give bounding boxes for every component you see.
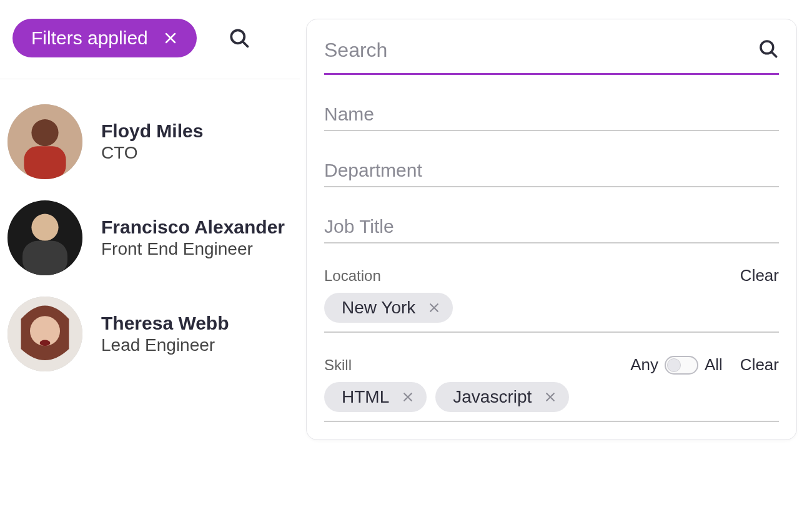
chip-label: New York — [342, 298, 415, 318]
list-item[interactable]: Theresa Webb Lead Engineer — [7, 297, 292, 371]
filters-applied-label: Filters applied — [31, 27, 148, 49]
directory-header: Filters applied — [0, 19, 300, 79]
skill-filter: Skill Any All Clear HTML Javascript — [324, 355, 779, 422]
name-field — [324, 104, 779, 131]
svg-point-9 — [40, 340, 51, 346]
people-directory: Filters applied Floyd Miles CTO Francisc — [0, 0, 300, 393]
department-input[interactable] — [324, 160, 779, 181]
skill-header-controls: Any All Clear — [630, 355, 779, 375]
remove-chip-icon[interactable] — [402, 391, 414, 403]
avatar — [7, 200, 82, 275]
remove-chip-icon[interactable] — [428, 302, 440, 314]
search-row — [324, 38, 779, 75]
job-title-field — [324, 216, 779, 243]
person-name: Francisco Alexander — [101, 217, 285, 238]
filters-applied-pill[interactable]: Filters applied — [12, 19, 197, 57]
svg-point-2 — [31, 119, 58, 146]
location-filter: Location Clear New York — [324, 266, 779, 333]
person-title: Front End Engineer — [101, 239, 285, 259]
avatar — [7, 104, 82, 179]
location-clear-button[interactable]: Clear — [740, 266, 779, 285]
chip-label: HTML — [342, 387, 389, 407]
person-title: CTO — [101, 143, 203, 163]
svg-point-5 — [31, 214, 58, 241]
avatar — [7, 297, 82, 371]
location-chip[interactable]: New York — [324, 293, 453, 323]
job-title-input[interactable] — [324, 216, 779, 237]
skill-match-toggle: Any All — [630, 355, 723, 375]
person-name: Floyd Miles — [101, 120, 203, 142]
person-title: Lead Engineer — [101, 335, 229, 355]
svg-rect-6 — [22, 241, 67, 275]
any-all-toggle[interactable] — [665, 356, 698, 375]
search-icon[interactable] — [758, 38, 779, 62]
clear-filters-icon[interactable] — [163, 31, 178, 46]
skill-clear-button[interactable]: Clear — [740, 355, 779, 375]
open-search-icon[interactable] — [227, 26, 252, 51]
skill-header: Skill Any All Clear — [324, 355, 779, 375]
location-label: Location — [324, 267, 381, 285]
remove-chip-icon[interactable] — [544, 391, 557, 403]
search-input[interactable] — [324, 39, 758, 62]
location-header: Location Clear — [324, 266, 779, 285]
person-info: Francisco Alexander Front End Engineer — [101, 217, 285, 259]
toggle-all-label: All — [705, 355, 723, 375]
list-item[interactable]: Floyd Miles CTO — [7, 104, 292, 179]
toggle-any-label: Any — [630, 355, 658, 375]
person-info: Floyd Miles CTO — [101, 120, 203, 163]
chip-label: Javascript — [453, 387, 532, 407]
skill-label: Skill — [324, 356, 352, 374]
people-list: Floyd Miles CTO Francisco Alexander Fron… — [0, 79, 300, 371]
skill-chip[interactable]: Javascript — [435, 382, 569, 412]
skill-chip[interactable]: HTML — [324, 382, 427, 412]
filter-panel: Location Clear New York Skill Any All Cl… — [306, 19, 797, 440]
skill-chips: HTML Javascript — [324, 382, 779, 412]
department-field — [324, 160, 779, 187]
list-item[interactable]: Francisco Alexander Front End Engineer — [7, 200, 292, 275]
name-input[interactable] — [324, 104, 779, 125]
location-chips: New York — [324, 293, 779, 323]
person-info: Theresa Webb Lead Engineer — [101, 313, 229, 355]
person-name: Theresa Webb — [101, 313, 229, 334]
svg-rect-3 — [24, 146, 66, 179]
